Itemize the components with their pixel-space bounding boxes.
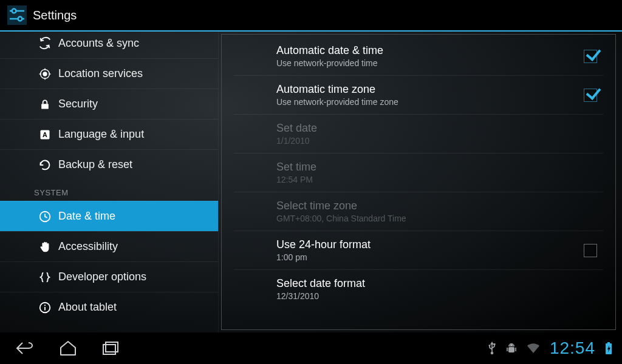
row-select-date-format[interactable]: Select date format 12/31/2010 bbox=[234, 270, 603, 308]
svg-marker-7 bbox=[44, 67, 46, 70]
svg-marker-8 bbox=[44, 78, 46, 80]
content-area: Accounts & sync Location services bbox=[0, 32, 622, 332]
usb-icon bbox=[488, 342, 496, 355]
row-secondary: 1/1/2010 bbox=[276, 136, 597, 146]
sidebar-item-label: Developer options bbox=[36, 271, 146, 283]
svg-point-24 bbox=[488, 345, 490, 346]
svg-point-17 bbox=[44, 305, 46, 306]
sidebar-item-backup[interactable]: Backup & reset bbox=[0, 149, 218, 180]
home-button[interactable] bbox=[56, 336, 80, 360]
sidebar-item-location[interactable]: Location services bbox=[0, 58, 218, 89]
page-title: Settings bbox=[33, 8, 77, 22]
svg-marker-23 bbox=[490, 342, 494, 345]
backup-icon bbox=[38, 158, 52, 172]
checkbox-automatic-time-zone[interactable] bbox=[584, 89, 597, 102]
sidebar-item-date-time[interactable]: Date & time bbox=[0, 201, 218, 231]
info-icon bbox=[38, 300, 52, 315]
sidebar-item-label: Location services bbox=[36, 67, 143, 80]
row-set-date: Set date 1/1/2010 bbox=[234, 115, 603, 153]
sidebar-item-developer[interactable]: Developer options bbox=[0, 261, 218, 292]
braces-icon bbox=[38, 270, 52, 285]
back-button[interactable] bbox=[13, 336, 38, 360]
sidebar-item-security[interactable]: Security bbox=[0, 89, 218, 119]
svg-rect-0 bbox=[7, 5, 27, 25]
sidebar-item-language[interactable]: A Language & input bbox=[0, 119, 218, 149]
sidebar-item-accounts-sync[interactable]: Accounts & sync bbox=[0, 32, 218, 58]
svg-marker-18 bbox=[61, 342, 75, 355]
svg-point-29 bbox=[510, 345, 511, 346]
sidebar: Accounts & sync Location services bbox=[0, 32, 219, 332]
language-icon: A bbox=[38, 127, 52, 142]
row-secondary: 12:54 PM bbox=[276, 175, 597, 184]
svg-marker-10 bbox=[49, 73, 51, 75]
svg-point-2 bbox=[12, 9, 16, 13]
row-secondary: 1:00 pm bbox=[276, 252, 584, 262]
hand-icon bbox=[38, 240, 52, 254]
row-primary: Set time bbox=[276, 161, 597, 174]
svg-rect-25 bbox=[493, 343, 495, 345]
row-secondary: 12/31/2010 bbox=[276, 291, 597, 301]
svg-rect-11 bbox=[41, 104, 49, 109]
adb-debug-icon bbox=[506, 342, 517, 354]
row-select-time-zone: Select time zone GMT+08:00, China Standa… bbox=[234, 192, 603, 231]
row-24-hour-format[interactable]: Use 24-hour format 1:00 pm bbox=[234, 231, 603, 270]
row-primary: Automatic time zone bbox=[276, 83, 584, 96]
checkbox-24-hour-format[interactable] bbox=[584, 244, 597, 257]
checkbox-automatic-date-time[interactable] bbox=[584, 50, 597, 63]
sidebar-header-system: SYSTEM bbox=[0, 180, 218, 201]
svg-rect-32 bbox=[607, 342, 610, 344]
clock-icon bbox=[38, 209, 52, 224]
sidebar-item-about[interactable]: About tablet bbox=[0, 292, 218, 322]
lock-icon bbox=[38, 97, 52, 112]
sidebar-item-accessibility[interactable]: Accessibility bbox=[0, 231, 218, 261]
svg-point-5 bbox=[43, 72, 47, 76]
row-primary: Set date bbox=[276, 122, 597, 135]
svg-rect-26 bbox=[508, 347, 514, 352]
row-automatic-date-time[interactable]: Automatic date & time Use network-provid… bbox=[234, 37, 603, 76]
row-primary: Select time zone bbox=[276, 200, 597, 212]
settings-app-icon bbox=[7, 5, 27, 25]
row-primary: Use 24-hour format bbox=[276, 238, 584, 251]
detail-panel: Automatic date & time Use network-provid… bbox=[219, 32, 622, 332]
location-icon bbox=[38, 67, 52, 81]
row-secondary: Use network-provided time zone bbox=[276, 97, 584, 107]
recent-apps-button[interactable] bbox=[98, 336, 123, 360]
row-primary: Automatic date & time bbox=[276, 44, 584, 57]
system-nav-bar: 12:54 bbox=[0, 332, 622, 364]
sidebar-item-label: Language & input bbox=[36, 128, 144, 141]
row-primary: Select date format bbox=[276, 277, 597, 290]
svg-text:A: A bbox=[43, 131, 47, 138]
action-bar: Settings bbox=[0, 0, 622, 32]
wifi-icon bbox=[527, 343, 540, 354]
row-secondary: GMT+08:00, China Standard Time bbox=[276, 214, 597, 223]
svg-marker-9 bbox=[39, 73, 41, 75]
row-set-time: Set time 12:54 PM bbox=[234, 153, 603, 192]
svg-point-4 bbox=[18, 17, 22, 21]
row-secondary: Use network-provided time bbox=[276, 58, 584, 68]
sync-icon bbox=[38, 36, 52, 50]
svg-point-30 bbox=[513, 345, 514, 346]
status-clock[interactable]: 12:54 bbox=[550, 339, 595, 358]
battery-charging-icon bbox=[605, 342, 612, 355]
row-automatic-time-zone[interactable]: Automatic time zone Use network-provided… bbox=[234, 76, 603, 115]
